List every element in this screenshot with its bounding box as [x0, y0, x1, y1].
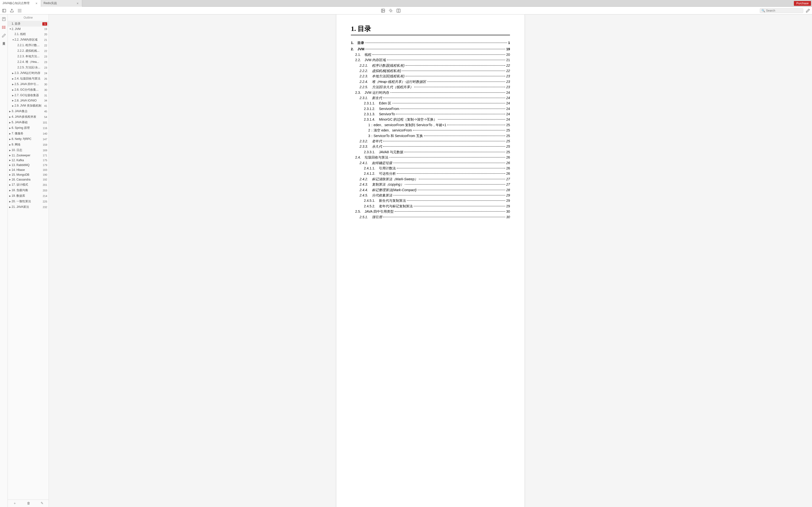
outline-item[interactable]: ▶17. 设计模式201 [8, 182, 49, 187]
outline-icon[interactable] [2, 25, 6, 30]
sidebar-toggle-icon[interactable] [2, 8, 6, 13]
outline-item[interactable]: ▶2.9. JVM 类加载机制41 [8, 103, 49, 109]
layout-icon[interactable] [396, 8, 401, 13]
outline-item[interactable]: 1. 目录1 [8, 21, 49, 26]
expand-arrow-icon[interactable]: ▶ [9, 138, 12, 140]
outline-item[interactable]: 2.2.2. 虚拟机栈...22 [8, 48, 49, 54]
thumbnails-icon[interactable] [2, 17, 6, 21]
toc-entry[interactable]: 2.3.3.1. JAVA8 与元数据 25 [351, 149, 510, 155]
expand-arrow-icon[interactable]: ▶ [9, 132, 12, 135]
outline-item[interactable]: ▶2.5. JAVA 四中引...30 [8, 81, 49, 87]
outline-item[interactable]: 2.2.4. 堆（Hea...23 [8, 59, 49, 65]
outline-item[interactable]: ▶2.6. GC分代收集...30 [8, 87, 49, 93]
toc-entry[interactable]: 2.4.5. 分代收集算法 29 [351, 192, 510, 198]
annotation-icon[interactable] [2, 33, 6, 38]
toc-entry[interactable]: 2.4.4. 标记整理算法(Mark-Compact) 28 [351, 187, 510, 192]
toc-entry[interactable]: 2.3.3. 永久代 25 [351, 144, 510, 149]
edit-outline-icon[interactable]: ✎ [41, 501, 44, 506]
expand-arrow-icon[interactable]: ▶ [9, 189, 12, 192]
expand-arrow-icon[interactable]: ▶ [9, 169, 12, 171]
toc-entry[interactable]: 2.2.5. 方法区/永久代（线程共享） 23 [351, 84, 510, 90]
expand-arrow-icon[interactable]: ▶ [9, 121, 12, 124]
toc-entry[interactable]: 2.4. 垃圾回收与算法 26 [351, 155, 510, 160]
delete-outline-icon[interactable]: 🗑 [27, 501, 30, 506]
document-tab[interactable]: JAVA核心知识点整理× [0, 0, 41, 7]
toc-entry[interactable]: 2.3.1.3. ServivorTo 24 [351, 111, 510, 117]
content-area[interactable]: 1. 目录 1. 目录 12. JVM 192.1. 线程 202.2. JVM… [49, 14, 812, 507]
outline-item[interactable]: ▶21. JAVA算法232 [8, 204, 49, 210]
toc-entry[interactable]: 2.4.5.2. 老年代与标记复制算法 29 [351, 204, 510, 209]
toc-entry[interactable]: 2.4.1.1. 引用计数法 26 [351, 166, 510, 171]
toc-entry[interactable]: 2.5.1. 强引用 30 [351, 214, 510, 220]
toc-entry[interactable]: 2.4.3. 复制算法（copying） 27 [351, 182, 510, 187]
expand-arrow-icon[interactable]: ▶ [9, 164, 12, 166]
toc-entry[interactable]: 2.4.1. 如何确定垃圾 26 [351, 160, 510, 166]
outline-item[interactable]: ▶2.7. GC垃圾收集器31 [8, 93, 49, 98]
toc-entry[interactable]: 2.3.1.4. MinorGC 的过程（复制->清空->互换） 24 [351, 117, 510, 122]
expand-arrow-icon[interactable]: ▶ [9, 154, 12, 157]
toc-entry[interactable]: 2.4.2. 标记清除算法（Mark-Sweep） 27 [351, 176, 510, 182]
expand-arrow-icon[interactable]: ▶ [9, 110, 12, 113]
toc-entry[interactable]: 2.2.4. 堆（Heap-线程共享）-运行时数据区 23 [351, 79, 510, 84]
outline-item[interactable]: ▶9. 网络159 [8, 142, 49, 148]
outline-item[interactable]: ▶10. 日志169 [8, 148, 49, 153]
toc-entry[interactable]: 1：eden、servicorFrom 复制到 ServicorTo，年龄+1 … [351, 122, 510, 128]
toc-entry[interactable]: 2.4.5.1. 新生代与复制算法 29 [351, 198, 510, 203]
close-icon[interactable]: × [76, 1, 80, 5]
expand-arrow-icon[interactable]: ▶ [9, 195, 12, 197]
outline-item[interactable]: ▶6. Spring 原理116 [8, 125, 49, 131]
outline-item[interactable]: ▶18. 负载均衡203 [8, 187, 49, 193]
expand-arrow-icon[interactable]: ▶ [9, 200, 12, 203]
expand-arrow-icon[interactable]: ▶ [9, 206, 12, 208]
toc-entry[interactable]: 2.2. JVM 内存区域 21 [351, 57, 510, 63]
outline-item[interactable]: ▶7. 微服务140 [8, 131, 49, 136]
toc-entry[interactable]: 2.4.1.2. 可达性分析 26 [351, 171, 510, 176]
toc-entry[interactable]: 2.5. JAVA 四中引用类型 30 [351, 209, 510, 214]
search-input[interactable] [766, 9, 802, 12]
outline-item[interactable]: ▶14. Hbase183 [8, 167, 49, 172]
grid-icon[interactable] [17, 8, 22, 13]
expand-arrow-icon[interactable]: ▶ [12, 83, 14, 86]
image-tool-icon[interactable] [381, 8, 385, 13]
outline-item[interactable]: ▶8. Netty 与RPC147 [8, 136, 49, 142]
share-icon[interactable] [10, 8, 14, 13]
search-box[interactable]: 🔍 [760, 8, 803, 13]
expand-arrow-icon[interactable]: ▶ [9, 184, 12, 186]
expand-arrow-icon[interactable]: ▶ [12, 94, 14, 97]
outline-item[interactable]: 2.1. 线程20 [8, 32, 49, 37]
outline-item[interactable]: ▼2.2. JVM内存区域21 [8, 37, 49, 43]
edit-icon[interactable] [806, 8, 810, 13]
close-icon[interactable]: × [35, 1, 39, 5]
toc-entry[interactable]: 2.2.1. 程序计数器(线程私有) 22 [351, 63, 510, 68]
expand-arrow-icon[interactable]: ▶ [12, 72, 14, 74]
outline-list[interactable]: 1. 目录1▼2. JVM192.1. 线程20▼2.2. JVM内存区域212… [8, 21, 49, 500]
outline-item[interactable]: 2.2.1. 程序计数...22 [8, 43, 49, 48]
toc-entry[interactable]: 2.2.2. 虚拟机栈(线程私有) 22 [351, 68, 510, 73]
toc-entry[interactable]: 2.3.1. 新生代 24 [351, 95, 510, 101]
expand-arrow-icon[interactable]: ▶ [9, 127, 12, 129]
toc-entry[interactable]: 3：ServicorTo 和 ServicorFrom 互换 25 [351, 133, 510, 138]
expand-arrow-icon[interactable]: ▶ [12, 105, 14, 107]
outline-item[interactable]: ▶3. JAVA集合45 [8, 109, 49, 114]
toc-entry[interactable]: 2.3.1.2. ServivorFrom 24 [351, 106, 510, 111]
outline-item[interactable]: ▶19. 数据库214 [8, 193, 49, 199]
toc-entry[interactable]: 2. JVM 19 [351, 46, 510, 52]
outline-item[interactable]: ▶4. JAVA多线程并发54 [8, 114, 49, 120]
appearance-icon[interactable] [389, 8, 393, 13]
expand-arrow-icon[interactable]: ▶ [12, 99, 14, 102]
outline-item[interactable]: ▶11. Zookeeper171 [8, 153, 49, 158]
toc-entry[interactable]: 2.2.3. 本地方法区(线程私有) 23 [351, 73, 510, 79]
expand-arrow-icon[interactable]: ▶ [12, 89, 14, 91]
toc-entry[interactable]: 2.3. JVM 运行时内存 24 [351, 90, 510, 95]
toc-entry[interactable]: 2.3.1.1. Eden 区 24 [351, 101, 510, 106]
toc-entry[interactable]: 2.3.2. 老年代 25 [351, 138, 510, 144]
outline-item[interactable]: ▶15. MongoDB190 [8, 172, 49, 177]
outline-item[interactable]: ▶5. JAVA基础101 [8, 120, 49, 125]
document-tab[interactable]: Redis实战× [41, 0, 82, 7]
expand-arrow-icon[interactable]: ▶ [9, 144, 12, 146]
expand-arrow-icon[interactable]: ▶ [9, 159, 12, 161]
outline-item[interactable]: ▶2.3. JVM运行时内存24 [8, 70, 49, 76]
outline-item[interactable]: ▶2.4. 垃圾回收与算法26 [8, 76, 49, 81]
expand-arrow-icon[interactable]: ▶ [9, 149, 12, 152]
expand-arrow-icon[interactable]: ▶ [12, 77, 14, 80]
